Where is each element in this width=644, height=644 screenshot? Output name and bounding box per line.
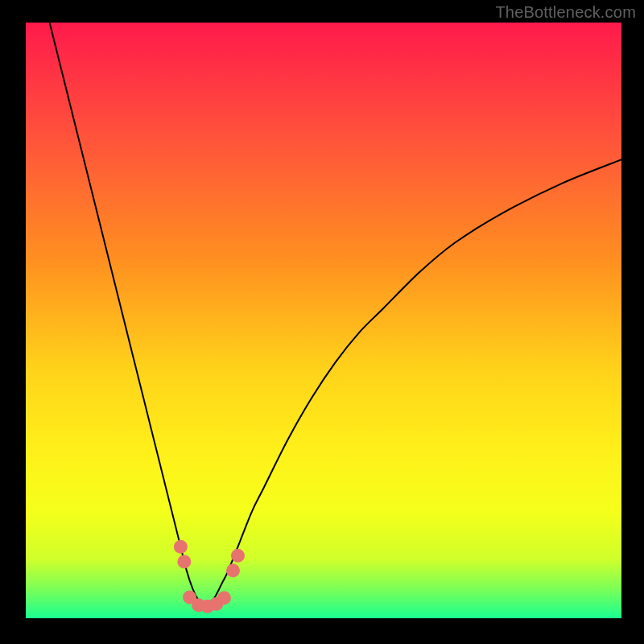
data-marker	[177, 555, 191, 568]
watermark-text: TheBottleneck.com	[495, 3, 636, 22]
data-marker	[174, 540, 188, 554]
data-marker	[231, 549, 245, 563]
chart-background	[26, 23, 621, 618]
data-marker	[217, 591, 231, 605]
data-marker	[226, 564, 240, 577]
chart-container: TheBottleneck.com	[0, 0, 644, 644]
bottleneck-chart	[26, 23, 621, 618]
